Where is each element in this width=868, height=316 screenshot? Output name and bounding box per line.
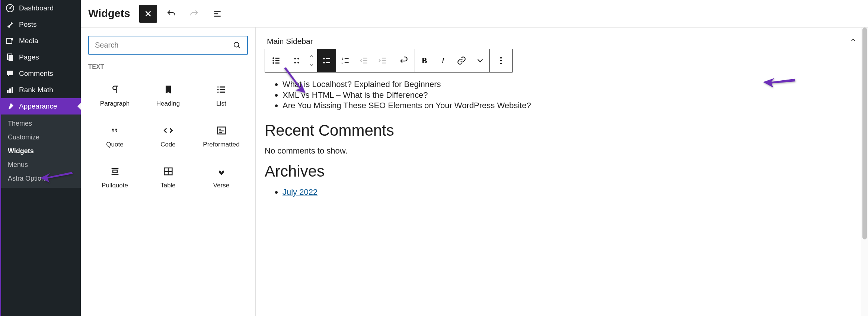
outdent-icon bbox=[359, 56, 369, 65]
block-quote[interactable]: Quote bbox=[88, 115, 141, 156]
svg-point-24 bbox=[323, 62, 325, 63]
block-type-button[interactable] bbox=[265, 49, 287, 72]
svg-point-23 bbox=[323, 58, 325, 59]
block-label: Code bbox=[160, 141, 176, 148]
close-icon bbox=[143, 9, 153, 19]
svg-rect-5 bbox=[9, 55, 13, 61]
sidebar-item-rankmath[interactable]: Rank Math bbox=[1, 82, 81, 98]
editor-header: Widgets bbox=[81, 0, 868, 28]
page-title: Widgets bbox=[88, 7, 130, 20]
svg-point-10 bbox=[217, 86, 218, 88]
sidebar-item-pages[interactable]: Pages bbox=[1, 49, 81, 65]
link-button[interactable] bbox=[392, 49, 415, 72]
sidebar-subitem-themes[interactable]: Themes bbox=[1, 117, 81, 130]
block-search-input-wrap[interactable] bbox=[88, 36, 248, 55]
ordered-list-button[interactable]: 12 bbox=[336, 49, 355, 72]
svg-text:1: 1 bbox=[341, 57, 343, 61]
sidebar-item-label: Pages bbox=[19, 53, 39, 61]
move-down-button[interactable] bbox=[306, 61, 317, 70]
svg-rect-6 bbox=[7, 90, 9, 93]
more-rich-text-button[interactable] bbox=[471, 49, 489, 72]
svg-point-9 bbox=[234, 42, 239, 47]
document-overview-button[interactable] bbox=[208, 5, 226, 23]
svg-text:2: 2 bbox=[341, 61, 343, 65]
canvas-scrollbar[interactable] bbox=[861, 28, 868, 316]
code-icon bbox=[163, 125, 173, 136]
sidebar-item-dashboard[interactable]: Dashboard bbox=[1, 0, 81, 16]
italic-button[interactable]: I bbox=[434, 49, 452, 72]
insert-link-button[interactable] bbox=[452, 49, 471, 72]
svg-point-16 bbox=[272, 57, 274, 59]
sidebar-item-label: Comments bbox=[19, 70, 53, 78]
redo-button[interactable] bbox=[185, 5, 203, 23]
preformatted-icon bbox=[216, 125, 227, 136]
block-pullquote[interactable]: Pullquote bbox=[88, 156, 141, 197]
outdent-button[interactable] bbox=[355, 49, 373, 72]
block-inserter-panel: TEXT Paragraph Heading List bbox=[81, 28, 256, 316]
svg-point-17 bbox=[272, 60, 274, 61]
block-label: Verse bbox=[213, 182, 229, 189]
redo-icon bbox=[189, 9, 199, 19]
quote-icon bbox=[110, 125, 120, 136]
unordered-list-button[interactable] bbox=[317, 49, 336, 72]
list-icon bbox=[216, 84, 227, 95]
sidebar-item-label: Posts bbox=[19, 20, 37, 29]
block-toolbar: 12 B I bbox=[265, 49, 513, 72]
drag-handle-button[interactable] bbox=[287, 49, 306, 72]
block-list[interactable]: List bbox=[195, 74, 248, 115]
scroll-thumb[interactable] bbox=[862, 28, 867, 239]
close-inserter-button[interactable] bbox=[139, 5, 157, 23]
indent-button[interactable] bbox=[373, 49, 392, 72]
svg-point-3 bbox=[11, 38, 13, 40]
sidebar-subitem-astra[interactable]: Astra Options bbox=[1, 172, 81, 186]
block-table[interactable]: Table bbox=[141, 156, 195, 197]
svg-point-28 bbox=[500, 60, 502, 61]
svg-point-29 bbox=[500, 62, 502, 64]
paragraph-icon bbox=[110, 84, 120, 95]
list-block[interactable]: What is Localhost? Explained for Beginne… bbox=[265, 79, 859, 111]
block-heading[interactable]: Heading bbox=[141, 74, 195, 115]
block-options-button[interactable] bbox=[490, 49, 512, 72]
bullet-list-icon bbox=[322, 56, 332, 65]
link-back-icon bbox=[399, 56, 408, 65]
admin-sidebar: Dashboard Posts Media Pages Comments Ran… bbox=[0, 0, 81, 316]
archive-link[interactable]: July 2022 bbox=[283, 187, 317, 197]
svg-point-21 bbox=[294, 62, 296, 63]
sidebar-item-appearance[interactable]: Appearance bbox=[1, 98, 81, 115]
block-preformatted[interactable]: Preformatted bbox=[195, 115, 248, 156]
block-code[interactable]: Code bbox=[141, 115, 195, 156]
block-label: Paragraph bbox=[100, 100, 130, 107]
sidebar-item-media[interactable]: Media bbox=[1, 33, 81, 49]
svg-rect-11 bbox=[217, 89, 218, 90]
block-verse[interactable]: Verse bbox=[195, 156, 248, 197]
recent-comments-heading[interactable]: Recent Comments bbox=[265, 122, 859, 139]
comment-icon bbox=[6, 69, 15, 78]
editor-canvas: Main Sidebar 12 bbox=[256, 28, 868, 316]
heading-icon bbox=[163, 84, 173, 95]
list-item[interactable]: XML vs HTML – What is the Difference? bbox=[283, 90, 859, 101]
sidebar-item-comments[interactable]: Comments bbox=[1, 65, 81, 82]
brush-icon bbox=[6, 102, 15, 111]
block-paragraph[interactable]: Paragraph bbox=[88, 74, 141, 115]
list-item[interactable]: Are You Missing These SEO Elements on Yo… bbox=[283, 100, 859, 111]
undo-button[interactable] bbox=[162, 5, 180, 23]
sidebar-item-posts[interactable]: Posts bbox=[1, 16, 81, 33]
chevron-down-icon bbox=[309, 62, 314, 68]
chevron-up-icon[interactable] bbox=[849, 36, 857, 46]
bold-button[interactable]: B bbox=[415, 49, 434, 72]
svg-point-22 bbox=[297, 62, 299, 63]
svg-point-12 bbox=[217, 91, 218, 93]
sidebar-item-label: Rank Math bbox=[19, 86, 53, 94]
drag-icon bbox=[292, 56, 301, 65]
block-label: List bbox=[216, 100, 226, 107]
sidebar-subitem-menus[interactable]: Menus bbox=[1, 158, 81, 172]
widget-area-header[interactable]: Main Sidebar bbox=[265, 35, 859, 49]
list-item[interactable]: What is Localhost? Explained for Beginne… bbox=[283, 79, 859, 90]
move-up-button[interactable] bbox=[306, 52, 317, 61]
sidebar-subitem-customize[interactable]: Customize bbox=[1, 130, 81, 144]
widget-area-title: Main Sidebar bbox=[267, 37, 313, 46]
block-label: Pullquote bbox=[102, 182, 128, 189]
sidebar-subitem-widgets[interactable]: Widgets bbox=[1, 144, 81, 158]
archives-heading[interactable]: Archives bbox=[265, 162, 859, 180]
block-search-input[interactable] bbox=[95, 41, 233, 49]
